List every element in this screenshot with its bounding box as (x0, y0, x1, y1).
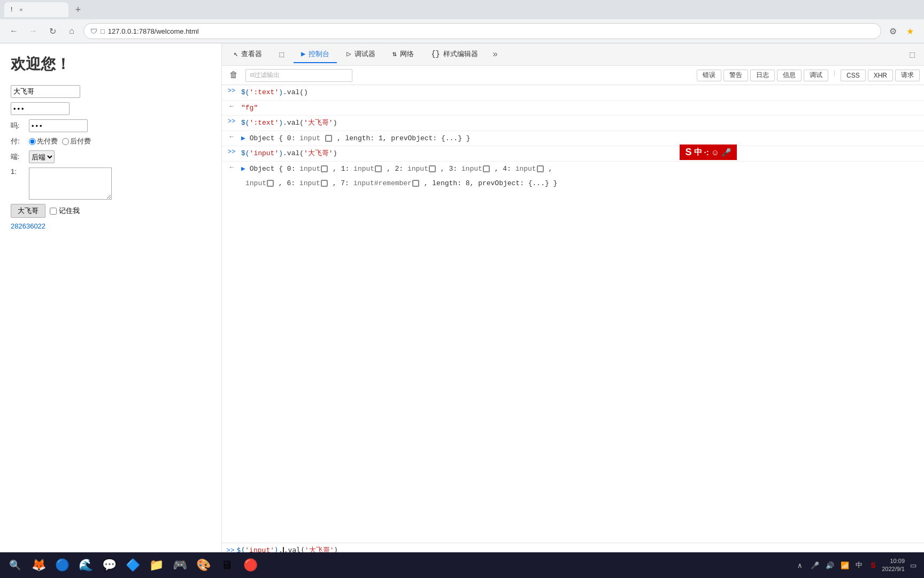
taskbar-app7[interactable]: 🎮 (169, 554, 190, 576)
tab-console[interactable]: ▶ 控制台 (294, 46, 337, 63)
postpay-option[interactable]: 后付费 (62, 136, 91, 146)
input-prompt-1: >> (222, 85, 241, 95)
password2-label: 吗: (11, 121, 27, 131)
taskbar-app8[interactable]: 🎨 (192, 554, 214, 576)
tab-network[interactable]: ⇅ 网络 (385, 46, 421, 63)
taskbar-volume[interactable]: 🔊 (823, 559, 836, 572)
back-button[interactable]: ← (6, 24, 21, 39)
warning-filter-btn[interactable]: 警告 (723, 70, 748, 81)
taskbar-search-button[interactable]: 🔍 (4, 554, 26, 576)
taskbar-arrow-up[interactable]: ∧ (794, 559, 806, 572)
input-prompt-5: >> (222, 146, 241, 156)
dock-button[interactable]: ⬚ (905, 47, 920, 62)
forward-button[interactable]: → (26, 24, 41, 39)
output-prompt-6: ← (222, 162, 241, 171)
message-textarea[interactable] (29, 168, 112, 200)
home-button[interactable]: ⌂ (64, 24, 79, 39)
clear-console-button[interactable]: 🗑 (226, 68, 241, 83)
taskbar-show-desktop[interactable]: ▭ (907, 559, 920, 572)
taskbar-vscode[interactable]: 🔷 (122, 554, 143, 576)
console-entry-1: >> $(':text').val() (222, 85, 924, 101)
more-tabs-button[interactable]: » (488, 47, 503, 62)
refresh-button[interactable]: ↻ (45, 24, 60, 39)
box-icon: ⬚ (279, 50, 283, 59)
edge-icon: 🌊 (79, 558, 93, 572)
taskbar-app9[interactable]: 🖥 (216, 554, 237, 576)
taskbar-clock: 10:09 2022/9/1 (882, 557, 905, 574)
submit-button[interactable]: 大飞哥 (11, 204, 45, 218)
tab-bar: ! × + (0, 0, 924, 19)
output-prompt-4: ← (222, 131, 241, 141)
phone-link[interactable]: 282636022 (11, 222, 45, 230)
vscode-icon: 🔷 (126, 558, 140, 572)
bookmark-icon[interactable]: ★ (903, 24, 918, 39)
console-text-5: $('input').val('大飞哥') (241, 146, 924, 161)
tab-title: ! (11, 6, 12, 13)
taskbar-edge[interactable]: 🌊 (75, 554, 96, 576)
request-filter-btn[interactable]: 请求 (895, 70, 920, 81)
filter-icon: ⊟ (250, 71, 254, 79)
console-entry-2: ← "fg" (222, 101, 924, 116)
taskbar-ime-lang[interactable]: 中 (853, 560, 865, 570)
tab-close-button[interactable]: × (17, 5, 25, 14)
address-bar[interactable]: 🛡 □ 127.0.0.1:7878/welcome.html (83, 23, 881, 39)
password2-row: 吗: (11, 119, 211, 132)
console-output: >> $(':text').val() ← "fg" >> $(':text')… (222, 85, 924, 543)
taskbar-mic[interactable]: 🎤 (808, 559, 821, 572)
console-text-4: ▶ Object { 0: input , length: 1, prevObj… (241, 131, 924, 146)
region-select[interactable]: 后端 前端 (29, 150, 55, 163)
app10-icon: 🔴 (243, 558, 258, 572)
taskbar-firefox[interactable]: 🦊 (28, 554, 49, 576)
new-tab-button[interactable]: + (71, 2, 86, 17)
network-icon: ⇅ (392, 49, 397, 58)
tab-inspector[interactable]: ↖ 查看器 (226, 46, 270, 63)
payment-radio-group: 先付费 后付费 (29, 136, 91, 146)
log-filter-btn[interactable]: 日志 (750, 70, 775, 81)
ime-logo: S (685, 147, 691, 158)
info-filter-btn[interactable]: 信息 (777, 70, 802, 81)
ime-mic: 🎤 (721, 148, 732, 157)
welcome-title: 欢迎您！ (11, 54, 211, 74)
postpay-radio[interactable] (62, 138, 69, 145)
console-filter-buttons: 错误 警告 日志 信息 调试 | CSS XHR 请求 (697, 70, 920, 81)
payment-row: 付: 先付费 后付费 (11, 136, 211, 146)
taskbar-chrome[interactable]: 🔵 (51, 554, 73, 576)
tab-debugger[interactable]: ▷ 调试器 (339, 46, 382, 63)
tab-style[interactable]: {} 样式编辑器 (424, 46, 486, 63)
username-row (11, 85, 211, 98)
console-text-6b: input , 6: input , 7: input#remember , l… (241, 176, 561, 191)
firefox-icon: 🦊 (32, 558, 46, 572)
filter-input[interactable]: ⊟ 过滤输出 (245, 69, 352, 82)
css-filter-btn[interactable]: CSS (841, 70, 866, 81)
app8-icon: 🎨 (196, 558, 211, 572)
password2-input[interactable] (29, 119, 88, 132)
username-input[interactable] (11, 85, 80, 98)
taskbar-wifi[interactable]: 📶 (838, 559, 851, 572)
devtools-icon[interactable]: ⚙ (886, 24, 900, 39)
url-text: 127.0.0.1:7878/welcome.html (108, 27, 199, 35)
error-filter-btn[interactable]: 错误 (697, 70, 721, 81)
remember-checkbox[interactable] (50, 208, 57, 215)
prepay-option[interactable]: 先付费 (29, 136, 58, 146)
prepay-radio[interactable] (29, 138, 36, 145)
browser-chrome: ! × + ← → ↻ ⌂ 🛡 □ 127.0.0.1:7878/welcome… (0, 0, 924, 43)
files-icon: 📁 (149, 558, 164, 572)
wechat-icon: 💬 (102, 558, 117, 572)
tab-inspector2[interactable]: ⬚ (272, 46, 291, 63)
taskbar-app10[interactable]: 🔴 (240, 554, 261, 576)
browser-toolbar: ← → ↻ ⌂ 🛡 □ 127.0.0.1:7878/welcome.html … (0, 19, 924, 43)
password1-input[interactable] (11, 102, 70, 115)
remember-checkbox-label[interactable]: 记住我 (50, 206, 80, 216)
inspector-icon: ↖ (234, 49, 238, 58)
remember-text: 记住我 (59, 206, 80, 216)
taskbar-ime-s[interactable]: S (867, 559, 880, 572)
ime-emoji: ☺ (711, 148, 719, 157)
debug-filter-btn[interactable]: 调试 (804, 70, 828, 81)
taskbar-wechat[interactable]: 💬 (98, 554, 120, 576)
output-prompt-2: ← (222, 101, 241, 110)
main-area: 欢迎您！ 吗: 付: 先付费 后付费 (0, 43, 924, 557)
taskbar-files[interactable]: 📁 (145, 554, 167, 576)
browser-tab[interactable]: ! × (4, 2, 68, 17)
xhr-filter-btn[interactable]: XHR (868, 70, 893, 81)
console-text-3: $(':text').val('大飞哥') (241, 116, 924, 131)
